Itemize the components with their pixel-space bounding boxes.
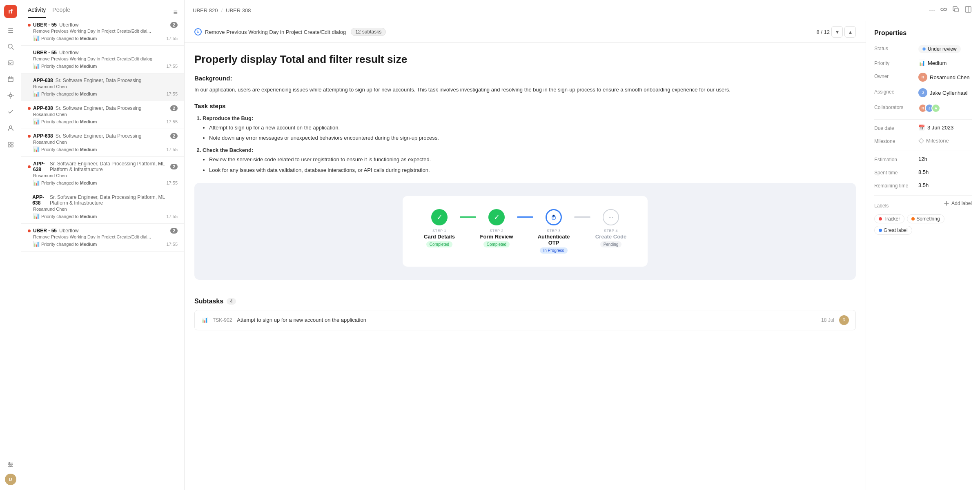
- collab-avatar-3: A: [931, 104, 940, 113]
- label-tag-something[interactable]: Something: [907, 214, 944, 223]
- assignee-value[interactable]: J Jake Gyllenhaal: [918, 88, 968, 97]
- item-app: Sr. Software Engineer, Data Processing: [56, 105, 142, 111]
- subtasks-badge-button[interactable]: 12 subtasks: [351, 28, 386, 36]
- task-body: Properly display Total and filter result…: [185, 43, 866, 298]
- step-2-name: Form Review: [480, 234, 513, 240]
- more-options-icon[interactable]: ···: [929, 6, 935, 15]
- add-label-button[interactable]: Add label: [944, 200, 972, 206]
- something-label: Something: [916, 216, 940, 222]
- breadcrumb-separator: /: [221, 7, 223, 13]
- nav-icon-sun[interactable]: [3, 88, 18, 103]
- item-subtitle: Rosamund Chen: [28, 207, 158, 212]
- duedate-text: 3 Jun 2023: [927, 125, 953, 131]
- subtask-icon: 📊: [201, 317, 208, 323]
- line-2: [517, 216, 533, 218]
- nav-icon-menu[interactable]: ☰: [3, 23, 18, 38]
- collaborators-group: R J A: [918, 104, 940, 113]
- item-subtitle: Rosamund Chen: [28, 173, 158, 178]
- milestone-value[interactable]: Milestone: [918, 138, 949, 144]
- item-subtitle: Rosamund Chen: [28, 112, 158, 117]
- item-badge: 2: [170, 105, 178, 111]
- step-2-status: Completed: [483, 241, 510, 247]
- item-badge: 2: [170, 228, 178, 234]
- step-2-label: Check the Backend:: [203, 147, 253, 153]
- prop-assignee: Assignee J Jake Gyllenhaal: [874, 88, 972, 97]
- step-2-bullet-2: Look for any issues with data validation…: [209, 165, 856, 175]
- sync-icon: ↻: [194, 28, 202, 36]
- user-avatar-small[interactable]: U: [5, 474, 16, 485]
- assignee-label: Assignee: [874, 88, 915, 95]
- svg-point-21: [11, 464, 12, 466]
- item-project: APP-638: [33, 105, 53, 111]
- list-item[interactable]: APP-638 Sr. Software Engineer, Data Proc…: [21, 157, 184, 190]
- item-project: APP-638: [33, 78, 53, 83]
- item-app: Sr. Software Engineer, Data Processing: [56, 78, 142, 83]
- connector-1: [460, 216, 476, 218]
- nav-icon-check[interactable]: [3, 105, 18, 119]
- owner-value[interactable]: R Rosamund Chen: [918, 73, 970, 82]
- tab-people[interactable]: People: [52, 7, 70, 18]
- remaining-value[interactable]: 3.5h: [918, 182, 929, 188]
- nav-icon-inbox[interactable]: [3, 56, 18, 70]
- item-project: APP-638: [33, 161, 47, 172]
- status-value[interactable]: Under review: [918, 45, 961, 53]
- priority-value[interactable]: 📊 Medium: [918, 60, 947, 66]
- list-item[interactable]: APP-638 Sr. Software Engineer, Data Proc…: [21, 190, 184, 224]
- expand-icon[interactable]: [964, 6, 972, 15]
- item-time: 17:55: [166, 242, 178, 247]
- task-title: Properly display Total and filter result…: [194, 53, 856, 67]
- list-item[interactable]: UBER - 55 Uberflow 2 Remove Previous Wor…: [21, 224, 184, 252]
- subtask-bar: ↻ Remove Previous Working Day in Project…: [185, 21, 866, 43]
- step-3-num: STEP 3: [547, 229, 561, 233]
- calendar-icon: 📅: [918, 125, 925, 131]
- connector-3: [574, 216, 590, 218]
- step-4-num: STEP 4: [604, 229, 618, 233]
- list-item[interactable]: UBER - 55 Uberflow Remove Previous Worki…: [21, 46, 184, 74]
- nav-down-button[interactable]: ▾: [831, 26, 843, 38]
- nav-icon-search[interactable]: [3, 39, 18, 54]
- tab-activity[interactable]: Activity: [28, 7, 46, 18]
- estimation-value[interactable]: 12h: [918, 156, 927, 162]
- item-badge: 2: [170, 133, 178, 139]
- task-steps: Reproduce the Bug: Attempt to sign up fo…: [194, 114, 856, 175]
- spenttime-value[interactable]: 8.5h: [918, 169, 929, 175]
- step-3: STEP 3 Authenticate OTP In Progress: [533, 209, 574, 254]
- activity-menu-icon[interactable]: ≡: [173, 8, 178, 17]
- spenttime-text: 8.5h: [918, 169, 929, 175]
- breadcrumb-parent[interactable]: UBER 820: [193, 7, 218, 13]
- item-project: UBER - 55: [33, 228, 57, 234]
- spenttime-label: Spent time: [874, 169, 915, 176]
- subtask-row[interactable]: 📊 TSK-902 Attempt to sign up for a new a…: [194, 310, 856, 330]
- item-time: 17:55: [166, 180, 178, 185]
- step-1-num: STEP 1: [432, 229, 446, 233]
- prop-owner: Owner R Rosamund Chen: [874, 73, 972, 82]
- label-tag-greatlabel[interactable]: Great label: [874, 226, 912, 235]
- svg-point-7: [9, 94, 12, 97]
- subtask-name: Attempt to sign up for a new account on …: [237, 317, 816, 323]
- unread-dot: [28, 135, 31, 138]
- subtasks-count: 4: [227, 298, 236, 305]
- link-icon[interactable]: [940, 6, 947, 15]
- step-3-circle: [546, 209, 562, 225]
- add-label-text: Add label: [951, 200, 972, 206]
- task-detail: ↻ Remove Previous Working Day in Project…: [185, 21, 866, 490]
- item-subtitle: Remove Previous Working Day in Project C…: [28, 234, 158, 239]
- nav-icon-person[interactable]: [3, 121, 18, 136]
- list-item[interactable]: APP-638 Sr. Software Engineer, Data Proc…: [21, 129, 184, 157]
- copy-icon[interactable]: [952, 6, 960, 15]
- duedate-value[interactable]: 📅 3 Jun 2023: [918, 125, 953, 131]
- prop-labels: Labels Add label Tracker Something: [874, 200, 972, 235]
- nav-icon-calendar[interactable]: [3, 72, 18, 87]
- label-tag-tracker[interactable]: Tracker: [874, 214, 904, 223]
- subtasks-header: Subtasks 4: [194, 298, 856, 305]
- list-item[interactable]: APP-638 Sr. Software Engineer, Data Proc…: [21, 101, 184, 129]
- nav-icon-sliders[interactable]: [3, 457, 18, 472]
- nav-icon-grid[interactable]: [3, 137, 18, 152]
- collaborators-value[interactable]: R J A: [918, 104, 940, 113]
- prop-collaborators: Collaborators R J A: [874, 104, 972, 113]
- list-item[interactable]: APP-638 Sr. Software Engineer, Data Proc…: [21, 74, 184, 101]
- nav-up-button[interactable]: ▴: [844, 26, 856, 38]
- estimation-text: 12h: [918, 156, 927, 162]
- list-item[interactable]: UBER - 55 Uberflow 2 Remove Previous Wor…: [21, 18, 184, 46]
- item-project: UBER - 55: [33, 50, 57, 56]
